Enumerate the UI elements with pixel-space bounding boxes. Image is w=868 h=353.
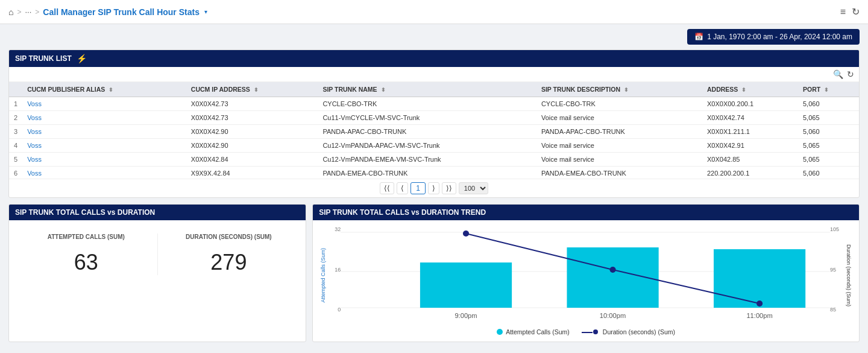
- line-dot-11pm: [756, 301, 763, 307]
- y-axis-left-label: Attempted Calls (Sum): [320, 248, 326, 303]
- date-range-button[interactable]: 📅 1 Jan, 1970 2:00 am - 26 Apr, 2024 12:…: [687, 29, 860, 45]
- col-sip-desc[interactable]: SIP TRUNK DESCRIPTION ⬍: [536, 82, 702, 97]
- x-label-9pm: 9:00pm: [455, 312, 477, 319]
- x-label-10pm: 10:00pm: [600, 312, 626, 319]
- cell-desc: Voice mail service: [536, 139, 702, 153]
- row-num: 3: [9, 125, 22, 139]
- cell-name: Cu12-VmPANDA-APAC-VM-SVC-Trunk: [318, 139, 536, 153]
- y-tick-16: 16: [335, 267, 341, 273]
- last-page-button[interactable]: ⟩⟩: [442, 182, 456, 194]
- cell-alias: Voss: [22, 97, 186, 111]
- home-icon[interactable]: ⌂: [8, 7, 13, 17]
- sip-trunk-table: CUCM PUBLISHER ALIAS ⬍ CUCM IP ADDRESS ⬍…: [9, 82, 859, 179]
- cell-port: 5,065: [798, 139, 859, 153]
- pagination-bar: ⟨⟨ ⟨ 1 ⟩ ⟩⟩ 10 25 50 100: [9, 179, 859, 197]
- col-num[interactable]: [9, 82, 22, 97]
- legend-dot-duration: [593, 329, 598, 334]
- page-size-select[interactable]: 10 25 50 100: [459, 182, 488, 194]
- cell-alias: Voss: [22, 125, 186, 139]
- legend-duration-label: Duration (seconds) (Sum): [603, 328, 675, 336]
- col-address[interactable]: ADDRESS ⬍: [702, 82, 798, 97]
- alias-link[interactable]: Voss: [27, 170, 42, 177]
- alias-link[interactable]: Voss: [27, 114, 42, 121]
- chart-body: Attempted Calls (Sum) 32 16 0: [313, 220, 859, 342]
- cell-address: X0X042.85: [702, 153, 798, 167]
- cell-port: 5,065: [798, 111, 859, 125]
- topbar-right: ≡ ↻: [840, 6, 860, 17]
- bottom-row: SIP TRUNK TOTAL CALLS vs DURATION ATTEMP…: [8, 204, 860, 342]
- duration-value: 279: [164, 250, 294, 275]
- table-search-button[interactable]: 🔍: [833, 69, 843, 79]
- sep1: >: [17, 8, 21, 16]
- col-sip-name[interactable]: SIP TRUNK NAME ⬍: [318, 82, 536, 97]
- y-right-105: 105: [830, 226, 839, 232]
- sort-icon: ⬍: [741, 87, 746, 93]
- bar-9pm: [420, 262, 512, 308]
- alias-link[interactable]: Voss: [27, 128, 42, 135]
- duration-col: DURATION (seconds) (Sum) 279: [158, 227, 300, 281]
- cell-desc: PANDA-APAC-CBO-TRUNK: [536, 125, 702, 139]
- first-page-button[interactable]: ⟨⟨: [380, 182, 394, 194]
- row-num: 6: [9, 167, 22, 179]
- cell-name: CYCLE-CBO-TRK: [318, 97, 536, 111]
- alias-link[interactable]: Voss: [27, 142, 42, 149]
- table-header: CUCM PUBLISHER ALIAS ⬍ CUCM IP ADDRESS ⬍…: [9, 82, 859, 97]
- sort-icon: ⬍: [381, 87, 386, 93]
- table-refresh-button[interactable]: ↻: [847, 69, 854, 79]
- legend-line-duration: [582, 332, 593, 333]
- sip-trunk-list-header: SIP TRUNK LIST ⚡: [9, 50, 859, 67]
- page-title: Call Manager SIP Trunk Call Hour Stats: [43, 7, 200, 17]
- cell-desc: PANDA-EMEA-CBO-TRUNK: [536, 167, 702, 179]
- date-range-bar: 📅 1 Jan, 1970 2:00 am - 26 Apr, 2024 12:…: [8, 29, 860, 45]
- cell-alias: Voss: [22, 111, 186, 125]
- line-dot-10pm: [610, 267, 616, 273]
- legend-dot-attempted: [497, 329, 503, 335]
- cell-ip: X0X0X42.73: [186, 97, 318, 111]
- next-page-button[interactable]: ⟩: [428, 182, 439, 194]
- cell-name: PANDA-APAC-CBO-TRUNK: [318, 125, 536, 139]
- table-header-row: CUCM PUBLISHER ALIAS ⬍ CUCM IP ADDRESS ⬍…: [9, 82, 859, 97]
- current-page: 1: [410, 182, 426, 194]
- sip-trunk-list-panel: SIP TRUNK LIST ⚡ 🔍 ↻ CUCM PUBLISHER ALIA…: [8, 49, 860, 198]
- sip-trunk-list-title: SIP TRUNK LIST: [15, 54, 72, 63]
- col-port[interactable]: PORT ⬍: [798, 82, 859, 97]
- row-num: 4: [9, 139, 22, 153]
- y-tick-32: 32: [335, 226, 341, 232]
- col-cucm-ip[interactable]: CUCM IP ADDRESS ⬍: [186, 82, 318, 97]
- y-axis-right-container: Duration (seconds) (Sum): [844, 226, 853, 325]
- y-left-ticks: 32 16 0: [329, 226, 341, 325]
- y-right-85: 85: [830, 307, 836, 313]
- cell-name: PANDA-EMEA-CBO-TRUNK: [318, 167, 536, 179]
- trend-panel-title: SIP TRUNK TOTAL CALLS vs DURATION TREND: [319, 208, 486, 217]
- cell-name: Cu12-VmPANDA-EMEA-VM-SVC-Trunk: [318, 153, 536, 167]
- title-dropdown-icon[interactable]: ▾: [204, 8, 207, 15]
- table-row: 5 Voss X0X0X42.84 Cu12-VmPANDA-EMEA-VM-S…: [9, 153, 859, 167]
- cell-address: X0X0X00.200.1: [702, 97, 798, 111]
- legend-duration: Duration (seconds) (Sum): [582, 328, 675, 336]
- stats-panel: SIP TRUNK TOTAL CALLS vs DURATION ATTEMP…: [8, 204, 306, 342]
- cell-address: X0X0X42.91: [702, 139, 798, 153]
- alias-link[interactable]: Voss: [27, 156, 42, 163]
- y-right-ticks: 105 95 85: [830, 226, 843, 325]
- table-row: 1 Voss X0X0X42.73 CYCLE-CBO-TRK CYCLE-CB…: [9, 97, 859, 111]
- filter-button[interactable]: ≡: [840, 7, 846, 17]
- prev-page-button[interactable]: ⟨: [397, 182, 408, 194]
- refresh-button[interactable]: ↻: [852, 6, 860, 17]
- alias-link[interactable]: Voss: [27, 100, 42, 107]
- table-scroll-area[interactable]: CUCM PUBLISHER ALIAS ⬍ CUCM IP ADDRESS ⬍…: [9, 82, 859, 179]
- table-row: 2 Voss X0X0X42.73 Cu11-VmCYCLE-VM-SVC-Tr…: [9, 111, 859, 125]
- col-cucm-alias[interactable]: CUCM PUBLISHER ALIAS ⬍: [22, 82, 186, 97]
- cell-address: 220.200.200.1: [702, 167, 798, 179]
- stats-panel-title: SIP TRUNK TOTAL CALLS vs DURATION: [15, 208, 155, 217]
- row-num: 1: [9, 97, 22, 111]
- sort-icon: ⬍: [108, 87, 113, 93]
- duration-label: DURATION (seconds) (Sum): [164, 234, 294, 240]
- trend-chart-svg: 9:00pm 10:00pm 11:00pm: [341, 226, 830, 323]
- cell-port: 5,060: [798, 97, 859, 111]
- cell-ip: X0X0X42.90: [186, 125, 318, 139]
- legend-attempted-label: Attempted Calls (Sum): [506, 328, 570, 336]
- cell-port: 5,060: [798, 125, 859, 139]
- cell-ip: X0X0X42.90: [186, 139, 318, 153]
- bar-11pm: [714, 249, 805, 308]
- breadcrumb-dots[interactable]: ···: [25, 7, 31, 16]
